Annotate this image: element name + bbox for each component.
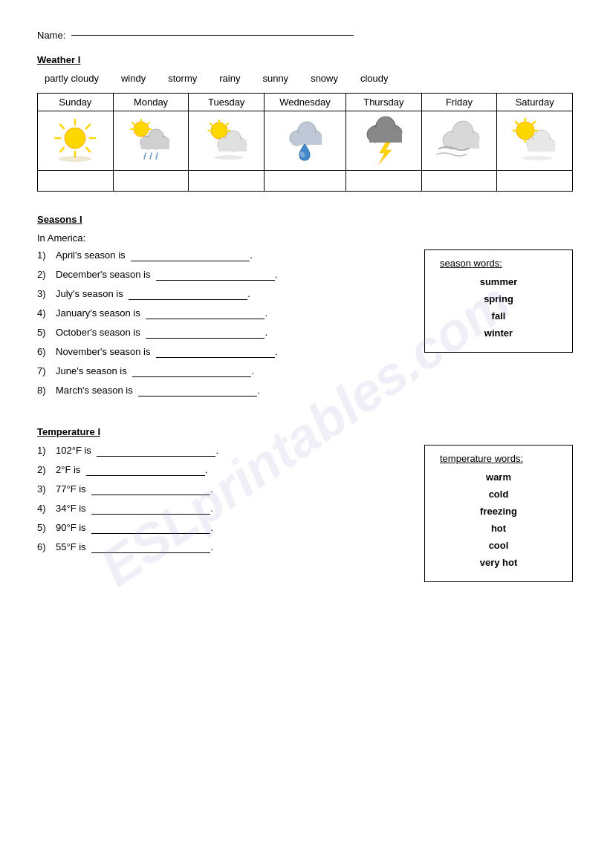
- answer-thursday[interactable]: [345, 171, 421, 192]
- svg-point-10: [134, 122, 149, 137]
- temp-q6-answer[interactable]: [91, 541, 210, 553]
- season-q7-answer[interactable]: [132, 365, 251, 377]
- season-q4-answer[interactable]: [146, 307, 265, 319]
- weather-saturday: [497, 111, 573, 171]
- day-monday: Monday: [113, 94, 189, 111]
- temp-q6-num: 6): [37, 541, 56, 552]
- stormy-icon: [357, 116, 409, 164]
- word-stormy: stormy: [168, 73, 197, 84]
- season-word-winter: winter: [440, 327, 557, 339]
- temp-word-cool: cool: [440, 540, 557, 551]
- seasons-title: Seasons I: [37, 214, 573, 225]
- season-q6-num: 6): [37, 346, 56, 357]
- day-saturday: Saturday: [497, 94, 573, 111]
- temp-q4-num: 4): [37, 503, 56, 514]
- svg-line-25: [226, 123, 228, 125]
- season-wordbox: season words: summer spring fall winter: [424, 249, 573, 353]
- answer-monday[interactable]: [113, 171, 189, 192]
- svg-rect-37: [292, 134, 322, 145]
- sunny-icon: [49, 116, 101, 164]
- season-q5-answer[interactable]: [146, 327, 265, 339]
- svg-line-1: [86, 125, 90, 128]
- season-q4-num: 4): [37, 307, 56, 319]
- answer-saturday[interactable]: [497, 171, 573, 192]
- svg-point-23: [211, 123, 227, 139]
- temp-word-very-hot: very hot: [440, 557, 557, 568]
- svg-point-9: [59, 156, 91, 162]
- temp-q6-text: 55°F is .: [56, 541, 409, 553]
- season-q1-num: 1): [37, 249, 56, 261]
- temp-q1-num: 1): [37, 445, 56, 456]
- temp-word-hot: hot: [440, 523, 557, 534]
- season-q7: 7) June's season is .: [37, 365, 409, 377]
- season-q2-num: 2): [37, 269, 56, 280]
- temp-q3-answer[interactable]: [91, 483, 210, 495]
- word-snowy: snowy: [311, 73, 338, 84]
- name-label: Name:: [37, 30, 65, 41]
- season-q5-text: October's season is .: [56, 327, 409, 339]
- day-friday: Friday: [421, 94, 497, 111]
- temp-layout: 1) 102°F is . 2) 2°F is . 3) 77°F is .: [37, 445, 573, 582]
- svg-point-59: [522, 156, 552, 160]
- temp-q2: 2) 2°F is .: [37, 464, 409, 476]
- temp-q2-answer[interactable]: [86, 464, 205, 476]
- temp-q1-answer[interactable]: [97, 445, 215, 457]
- season-q4: 4) January's season is .: [37, 307, 409, 319]
- temp-q4-answer[interactable]: [91, 503, 210, 515]
- weather-thursday: [345, 111, 421, 171]
- season-q2-answer[interactable]: [156, 269, 275, 281]
- svg-point-8: [65, 128, 85, 149]
- weather-table: Sunday Monday Tuesday Wednesday Thursday…: [37, 93, 573, 192]
- svg-line-7: [60, 125, 64, 128]
- svg-line-20: [144, 153, 146, 159]
- temp-q3: 3) 77°F is .: [37, 483, 409, 495]
- day-sunday: Sunday: [38, 94, 114, 111]
- temp-q3-num: 3): [37, 483, 56, 495]
- svg-line-27: [210, 123, 212, 125]
- season-q3-answer[interactable]: [129, 288, 247, 300]
- svg-line-50: [532, 122, 535, 125]
- rainy-icon: [279, 116, 331, 164]
- temp-q2-num: 2): [37, 464, 56, 475]
- season-q8: 8) March's season is .: [37, 385, 409, 397]
- answer-sunday[interactable]: [38, 171, 114, 192]
- weather-monday: [113, 111, 189, 171]
- temp-q6: 6) 55°F is .: [37, 541, 409, 553]
- answer-friday[interactable]: [421, 171, 497, 192]
- svg-point-33: [214, 155, 244, 160]
- season-q3-num: 3): [37, 288, 56, 299]
- temp-q5-num: 5): [37, 522, 56, 533]
- weather-wednesday: [265, 111, 346, 171]
- season-q4-text: January's season is .: [56, 307, 409, 319]
- temp-q1-text: 102°F is .: [56, 445, 409, 457]
- svg-line-52: [516, 122, 519, 125]
- season-q2: 2) December's season is .: [37, 269, 409, 281]
- word-windy: windy: [121, 73, 146, 84]
- svg-marker-43: [379, 143, 392, 164]
- season-word-summer: summer: [440, 276, 557, 287]
- weather-word-bank: partly cloudy windy stormy rainy sunny s…: [37, 73, 573, 84]
- windy-icon: [433, 116, 485, 164]
- season-q8-answer[interactable]: [138, 385, 257, 397]
- season-q1-answer[interactable]: [131, 249, 250, 261]
- seasons-section: Seasons I In America: 1) April's season …: [37, 214, 573, 404]
- name-section: Name:: [37, 30, 573, 41]
- svg-line-14: [132, 123, 134, 125]
- answer-tuesday[interactable]: [189, 171, 265, 192]
- temp-q5: 5) 90°F is .: [37, 522, 409, 534]
- season-q6-answer[interactable]: [156, 346, 275, 358]
- svg-line-3: [86, 148, 90, 151]
- season-q5: 5) October's season is .: [37, 327, 409, 339]
- season-q8-text: March's season is .: [56, 385, 409, 397]
- svg-rect-32: [218, 140, 247, 151]
- day-tuesday: Tuesday: [189, 94, 265, 111]
- word-cloudy: cloudy: [360, 73, 389, 84]
- season-q7-text: June's season is .: [56, 365, 409, 377]
- weather-sunday: [38, 111, 114, 171]
- temp-q3-text: 77°F is .: [56, 483, 409, 495]
- day-wednesday: Wednesday: [265, 94, 346, 111]
- answer-wednesday[interactable]: [265, 171, 346, 192]
- temp-q4-text: 34°F is .: [56, 503, 409, 515]
- temp-q5-answer[interactable]: [91, 522, 210, 534]
- season-q5-num: 5): [37, 327, 56, 338]
